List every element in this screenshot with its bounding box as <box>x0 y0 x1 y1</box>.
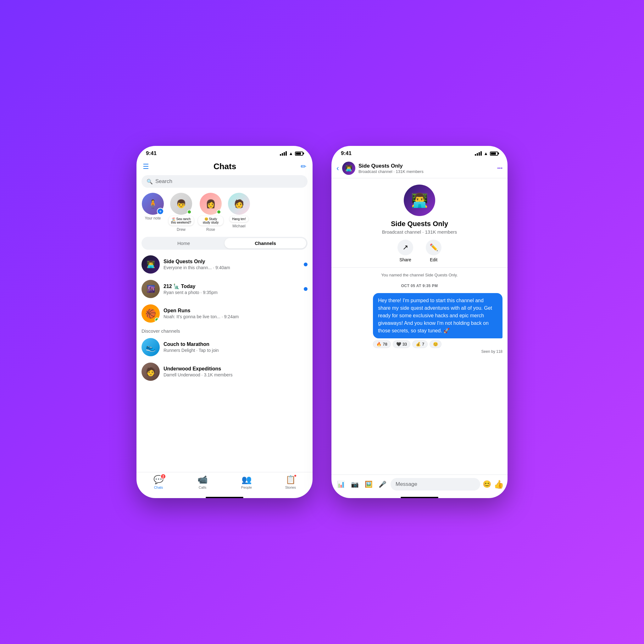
rose-bubble: 😊 Study study study <box>198 216 223 225</box>
compose-icon[interactable]: ✏ <box>301 163 306 171</box>
stories-dot <box>294 474 297 477</box>
chat-info-side-quests: Side Quests Only Everyone in this chann.… <box>164 259 300 270</box>
reaction-smile[interactable]: 😊 <box>430 340 441 348</box>
chat-preview-or: Noah: It's gonna be live ton... · 9:24am <box>164 314 252 319</box>
reactions-row: 🔥 78 🖤 33 💰 7 😊 <box>373 340 502 348</box>
bottom-nav: 💬 2 Chats 📹 Calls 👥 People 📋 Stories <box>136 472 313 496</box>
money-emoji: 💰 <box>416 342 421 347</box>
chat-item-side-quests[interactable]: 👨‍💻 Side Quests Only Everyone in this ch… <box>136 252 313 277</box>
mic-icon-btn[interactable]: 🎤 <box>377 479 388 490</box>
emoji-button[interactable]: 😊 <box>483 480 491 488</box>
channel-name-ctm: Couch to Marathon <box>164 341 219 347</box>
phone1-content: ☰ Chats ✏ 🔍 Search 🧍 + Your note <box>136 159 313 498</box>
nav-calls[interactable]: 📹 Calls <box>192 475 214 489</box>
heart-emoji: 🖤 <box>396 342 401 347</box>
status-time-1: 9:41 <box>146 150 157 157</box>
edit-action-btn[interactable]: ✏️ Edit <box>426 240 441 262</box>
status-bar-2: 9:41 ▲ <box>331 146 508 159</box>
detail-channel-avatar: 👨‍💻 <box>342 162 355 175</box>
tab-home[interactable]: Home <box>143 238 225 248</box>
chats-nav-icon: 💬 2 <box>153 475 164 485</box>
channel-item-ctm[interactable]: 👟 Couch to Marathon Runners Delight · Ta… <box>136 335 313 359</box>
drew-online-dot <box>187 210 192 214</box>
like-button[interactable]: 👍 <box>494 480 504 489</box>
smile-emoji: 😊 <box>433 342 438 347</box>
channel-sub-ue: Darrell Underwood · 3.1K members <box>164 372 232 377</box>
money-count: 7 <box>422 342 424 347</box>
share-label: Share <box>399 257 411 262</box>
story-rose[interactable]: 👩 😊 Study study study Rose <box>198 193 223 232</box>
stats-icon-btn[interactable]: 📊 <box>335 479 347 490</box>
tabs-row: Home Channels <box>142 237 308 250</box>
channel-sub-ctm: Runners Delight · Tap to join <box>164 348 219 353</box>
reaction-fire[interactable]: 🔥 78 <box>373 340 391 348</box>
stories-nav-icon: 📋 <box>286 475 296 485</box>
chat-name-or: Open Runs <box>164 308 304 314</box>
chat-name-212: 212 🗽 Today <box>164 283 300 289</box>
message-input[interactable]: Message <box>391 478 480 491</box>
detail-channel-sub: Broadcast channel · 131K members <box>358 169 494 174</box>
signal-bars-2 <box>475 151 482 156</box>
fire-emoji: 🔥 <box>376 342 381 347</box>
chat-avatar-open-runs: 🏀 <box>142 304 160 323</box>
add-story-icon: + <box>157 208 164 215</box>
status-time-2: 9:41 <box>341 150 352 157</box>
hamburger-icon[interactable]: ☰ <box>143 163 149 171</box>
tab-channels[interactable]: Channels <box>225 238 306 248</box>
share-icon: ↗ <box>397 240 413 255</box>
seen-by: Seen by 118 <box>373 349 502 354</box>
nav-stories[interactable]: 📋 Stories <box>280 475 302 489</box>
share-action-btn[interactable]: ↗ Share <box>397 240 413 262</box>
open-runs-dot <box>155 318 159 322</box>
search-icon: 🔍 <box>147 179 153 185</box>
chat-list: 👨‍💻 Side Quests Only Everyone in this ch… <box>136 252 313 472</box>
chat-item-open-runs[interactable]: 🏀 Open Runs Noah: It's gonna be live ton… <box>136 301 313 326</box>
detail-channel-name: Side Quests Only <box>358 163 494 169</box>
story-your-note[interactable]: 🧍 + Your note <box>142 193 164 220</box>
detail-info: Side Quests Only Broadcast channel · 131… <box>358 163 494 174</box>
michael-avatar-img: 🧑 <box>228 193 250 215</box>
people-nav-icon: 👥 <box>241 475 252 485</box>
nav-people[interactable]: 👥 People <box>236 475 258 489</box>
michael-bubble: Hang ten! <box>230 216 248 222</box>
fire-count: 78 <box>383 342 387 347</box>
reaction-money[interactable]: 💰 7 <box>412 340 428 348</box>
chats-header: ☰ Chats ✏ <box>136 159 313 175</box>
search-placeholder: Search <box>155 178 172 185</box>
chat-info-212: 212 🗽 Today Ryan sent a photo · 9:35pm <box>164 283 300 295</box>
channel-avatar-ue: 🧑 <box>142 363 160 381</box>
date-divider: OCT 05 AT 9:35 PM <box>336 281 502 291</box>
unread-dot-sq <box>304 263 308 266</box>
chat-item-212[interactable]: 🌆 212 🗽 Today Ryan sent a photo · 9:35pm <box>136 277 313 301</box>
channel-info-section: 👨‍💻 Side Quests Only Broadcast channel ·… <box>331 178 508 268</box>
chat-preview-sq: Everyone in this chann... · 9:40am <box>164 265 252 270</box>
back-button[interactable]: ‹ <box>336 164 339 173</box>
michael-label: Michael <box>232 224 245 228</box>
channel-avatar-ctm-img: 👟 <box>142 338 160 356</box>
status-bar-1: 9:41 ▲ <box>136 146 313 159</box>
signal-bars-1 <box>280 151 287 156</box>
status-icons-2: ▲ <box>475 151 498 156</box>
more-options-icon[interactable]: ••• <box>497 165 502 171</box>
camera-icon-btn[interactable]: 📷 <box>349 479 360 490</box>
story-label-note: Your note <box>145 216 161 220</box>
channel-avatar-ue-img: 🧑 <box>142 363 160 381</box>
story-drew[interactable]: 👦 🏖️ Sea ranch this weekend? Drew <box>169 193 194 232</box>
rose-label: Rose <box>206 227 215 232</box>
story-michael[interactable]: 🧑 Hang ten! Michael <box>228 193 250 228</box>
nav-chats[interactable]: 💬 2 Chats <box>147 475 169 489</box>
image-icon-btn[interactable]: 🖼️ <box>363 479 374 490</box>
message-placeholder: Message <box>396 481 417 487</box>
chat-avatar-sq-img: 👨‍💻 <box>142 255 160 274</box>
drew-label: Drew <box>177 227 186 232</box>
channel-big-emoji: 👨‍💻 <box>411 192 428 208</box>
discover-label: Discover channels <box>136 326 313 335</box>
wifi-icon-2: ▲ <box>484 151 488 156</box>
channel-item-ue[interactable]: 🧑 Underwood Expeditions Darrell Underwoo… <box>136 359 313 384</box>
channel-info-ctm: Couch to Marathon Runners Delight · Tap … <box>164 341 219 353</box>
battery-icon-1 <box>295 152 303 156</box>
rose-online-dot <box>217 210 221 214</box>
search-bar[interactable]: 🔍 Search <box>142 175 308 188</box>
phone2-content: ‹ 👨‍💻 Side Quests Only Broadcast channel… <box>331 159 508 498</box>
reaction-heart[interactable]: 🖤 33 <box>393 340 410 348</box>
